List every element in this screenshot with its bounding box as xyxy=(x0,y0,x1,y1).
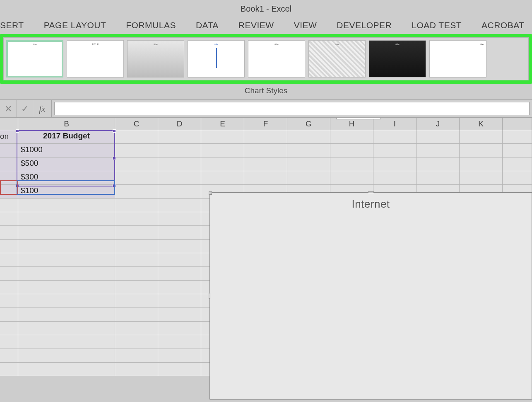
cell[interactable] xyxy=(18,267,115,281)
cell[interactable] xyxy=(330,157,373,171)
cell[interactable] xyxy=(330,130,373,144)
cell[interactable] xyxy=(0,171,18,185)
cell[interactable] xyxy=(115,199,158,212)
cell-b1-header[interactable]: 2017 Budget xyxy=(18,130,115,144)
cell[interactable] xyxy=(18,349,115,363)
cell[interactable] xyxy=(158,294,201,308)
cell-a1-partial[interactable]: on xyxy=(0,132,9,141)
col-header-g[interactable]: G xyxy=(287,118,330,130)
cell[interactable] xyxy=(18,294,115,308)
chart-resize-handle[interactable] xyxy=(368,191,374,193)
cell[interactable] xyxy=(244,144,287,157)
cell[interactable] xyxy=(0,294,18,308)
cell[interactable] xyxy=(18,308,115,322)
cell[interactable] xyxy=(158,349,201,363)
cell[interactable] xyxy=(416,171,460,185)
cell[interactable] xyxy=(201,171,244,185)
chart-resize-handle[interactable] xyxy=(209,191,212,195)
cell[interactable] xyxy=(115,308,158,322)
cell[interactable] xyxy=(158,226,201,240)
cell[interactable] xyxy=(115,130,158,144)
col-header-rest[interactable] xyxy=(503,118,532,130)
cell[interactable] xyxy=(115,363,158,376)
cell[interactable] xyxy=(244,171,287,185)
cell[interactable] xyxy=(244,157,287,171)
cell[interactable] xyxy=(201,130,244,144)
tab-load-test[interactable]: LOAD TEST xyxy=(412,20,462,30)
cell[interactable] xyxy=(373,130,416,144)
col-header-f[interactable]: F xyxy=(244,118,287,130)
cell[interactable] xyxy=(158,281,201,294)
cell[interactable] xyxy=(503,157,532,171)
grid-row[interactable]: $500 xyxy=(0,157,532,171)
chart-title[interactable]: Internet xyxy=(210,193,532,211)
col-header-k[interactable]: K xyxy=(460,118,503,130)
cell[interactable] xyxy=(115,349,158,363)
cell[interactable] xyxy=(0,253,18,267)
cell[interactable] xyxy=(0,281,18,294)
cell[interactable] xyxy=(115,144,158,157)
cell[interactable] xyxy=(0,185,18,199)
cell[interactable] xyxy=(115,171,158,185)
chart-style-6[interactable]: title xyxy=(308,40,366,77)
cell[interactable] xyxy=(201,157,244,171)
cell[interactable] xyxy=(18,212,115,226)
cell[interactable] xyxy=(18,240,115,253)
grid-row[interactable]: $1000 xyxy=(0,144,532,157)
cell[interactable] xyxy=(460,171,503,185)
cell[interactable] xyxy=(0,199,18,212)
cell[interactable] xyxy=(503,130,532,144)
tab-data[interactable]: DATA xyxy=(196,20,219,30)
cell[interactable] xyxy=(18,253,115,267)
cell[interactable] xyxy=(158,335,201,349)
cell[interactable] xyxy=(158,199,201,212)
cancel-icon[interactable]: ✕ xyxy=(0,100,17,117)
col-header-i[interactable]: I xyxy=(373,118,416,130)
col-header-d[interactable]: D xyxy=(158,118,201,130)
cell[interactable] xyxy=(0,212,18,226)
cell[interactable] xyxy=(244,130,287,144)
cell[interactable] xyxy=(201,144,244,157)
cell-b4[interactable]: $300 xyxy=(18,171,115,185)
cell[interactable] xyxy=(0,144,18,157)
cell[interactable] xyxy=(158,130,201,144)
cell[interactable] xyxy=(503,171,532,185)
col-header-h[interactable]: H xyxy=(330,118,373,130)
cell[interactable] xyxy=(373,144,416,157)
col-header-c[interactable]: C xyxy=(115,118,158,130)
cell[interactable] xyxy=(416,157,460,171)
cell[interactable] xyxy=(460,130,503,144)
cell[interactable] xyxy=(503,144,532,157)
col-header-e[interactable]: E xyxy=(201,118,244,130)
chart-style-8[interactable]: title xyxy=(429,40,486,77)
cell[interactable] xyxy=(158,157,201,171)
cell[interactable] xyxy=(0,363,18,376)
cell[interactable] xyxy=(115,226,158,240)
spreadsheet-grid[interactable]: Formula Bar B C D E F G H I J K on 2017 … xyxy=(0,118,532,400)
cell-b3[interactable]: $500 xyxy=(18,157,115,171)
cell[interactable] xyxy=(115,335,158,349)
cell[interactable] xyxy=(158,308,201,322)
cell[interactable] xyxy=(287,171,330,185)
enter-icon[interactable]: ✓ xyxy=(17,100,33,117)
tab-view[interactable]: VIEW xyxy=(294,20,317,30)
column-headers[interactable]: B C D E F G H I J K xyxy=(0,118,532,130)
chart-style-3[interactable]: title xyxy=(127,40,184,77)
cell[interactable] xyxy=(158,185,201,199)
chart-style-5[interactable]: title xyxy=(248,40,305,77)
cell[interactable] xyxy=(158,240,201,253)
cell[interactable] xyxy=(18,226,115,240)
cell[interactable] xyxy=(0,226,18,240)
cell[interactable] xyxy=(287,144,330,157)
col-header-b[interactable]: B xyxy=(18,118,115,130)
cell[interactable] xyxy=(115,185,158,199)
chart-object[interactable]: Internet xyxy=(209,192,532,400)
chart-styles-gallery[interactable]: title TITLE title title title title titl… xyxy=(3,37,529,80)
col-header-j[interactable]: J xyxy=(416,118,460,130)
cell[interactable] xyxy=(18,199,115,212)
cell[interactable] xyxy=(158,253,201,267)
cell[interactable] xyxy=(115,294,158,308)
cell[interactable] xyxy=(115,281,158,294)
chart-style-2[interactable]: TITLE xyxy=(67,40,124,77)
chart-style-1[interactable]: title xyxy=(6,40,63,77)
